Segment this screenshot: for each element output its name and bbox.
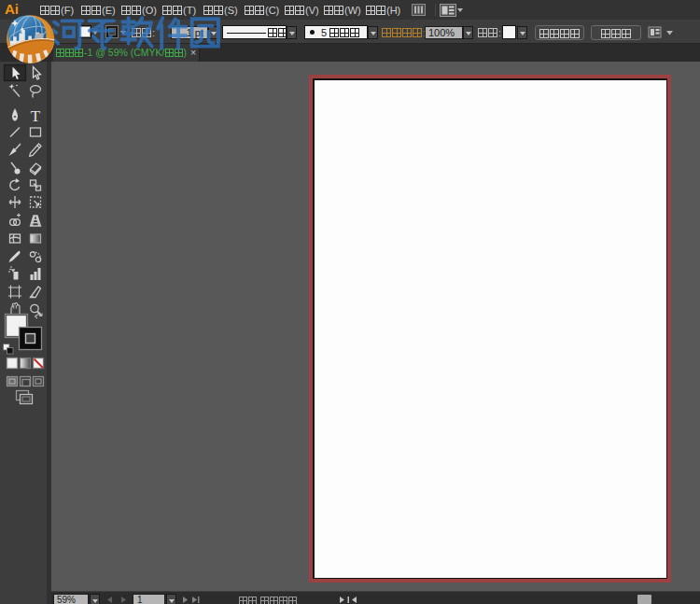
svg-text:T: T (31, 107, 41, 125)
